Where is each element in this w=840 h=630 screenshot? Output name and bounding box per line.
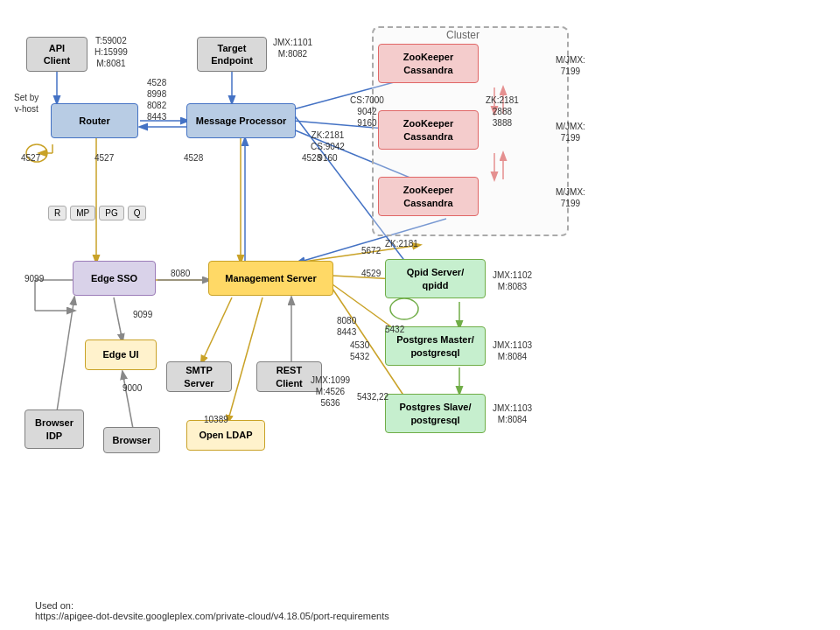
port-5672-top: 5672 — [361, 245, 381, 256]
svg-line-33 — [57, 298, 74, 411]
zk2181-bottom: ZK:2181 — [385, 238, 418, 249]
cluster-label: Cluster — [446, 29, 480, 41]
footer: Used on: https://apigee-dot-devsite.goog… — [35, 600, 389, 621]
port-9099-right: 9099 — [133, 309, 152, 320]
target-ports: JMX:1101M:8082 — [273, 37, 312, 60]
browser-idp-node: BrowserIDP — [24, 410, 84, 449]
zk-cass-1-node: ZooKeeperCassandra — [378, 44, 479, 83]
management-server-node: Management Server — [208, 261, 333, 296]
svg-line-24 — [228, 298, 262, 423]
svg-line-32 — [114, 298, 122, 341]
zk2181-right: ZK:218128883888 — [486, 94, 519, 129]
legend-r: R — [48, 206, 66, 220]
smtp-server-node: SMTPServer — [166, 361, 232, 392]
diagram-container: Cluster APIClient TargetEndpoint Router … — [0, 0, 840, 578]
qpid-server-node: Qpid Server/qpidd — [385, 259, 486, 298]
legend-mp: MP — [70, 206, 95, 220]
legend-q: Q — [128, 206, 147, 220]
port-9000: 9000 — [122, 382, 142, 394]
jmx-pg-slave: JMX:1103M:8084 — [493, 402, 532, 425]
mjmx7199-1: M/JMX:7199 — [556, 54, 585, 77]
target-endpoint-node: TargetEndpoint — [197, 37, 267, 72]
edge-sso-node: Edge SSO — [73, 261, 156, 296]
edge-ui-node: Edge UI — [85, 340, 157, 370]
port-4527-router: 4527 — [94, 152, 114, 164]
port-4530-5432: 45305432 — [350, 340, 369, 362]
port-4529: 4529 — [361, 268, 381, 279]
api-client-node: APIClient — [26, 37, 88, 72]
legend-pg: PG — [99, 206, 123, 220]
api-client-ports: T:59002H:15999M:8081 — [94, 35, 128, 69]
port-4527-left: 4527 — [21, 152, 40, 164]
zk-cass-2-node: ZooKeeperCassandra — [378, 110, 479, 150]
postgres-slave-node: Postgres Slave/postgresql — [385, 394, 486, 433]
jmx-qpid: JMX:1102M:8083 — [493, 270, 532, 292]
port-5432-qpid: 5432 — [385, 324, 404, 335]
footer-line1: Used on: — [35, 600, 389, 611]
port-9099-left: 9099 — [24, 273, 44, 284]
svg-line-34 — [122, 372, 133, 429]
set-by-vhost: Set byv-host — [14, 92, 38, 115]
mp-ports-left: 4528 — [184, 152, 203, 164]
message-processor-node: Message Processor — [186, 103, 296, 138]
mjmx7199-3: M/JMX:7199 — [556, 186, 585, 209]
browser-node: Browser — [103, 427, 160, 453]
zk-cass-3-node: ZooKeeperCassandra — [378, 177, 479, 216]
port-8080-ms: 8080 — [171, 268, 190, 279]
router-node: Router — [51, 103, 138, 138]
jmx-ms: JMX:1099M:45265636 — [311, 374, 350, 409]
zk2181-mp: ZK:2181CS:90429160 — [311, 130, 345, 164]
footer-line2: https://apigee-dot-devsite.googleplex.co… — [35, 611, 389, 621]
router-ports: 4528899880828443 — [147, 77, 166, 122]
jmx-pg-master: JMX:1103M:8084 — [493, 340, 532, 362]
svg-line-25 — [201, 298, 232, 363]
port-8080-8443: 80808443 — [337, 315, 356, 338]
port-10389: 10389 — [204, 414, 228, 425]
legend-group: R MP PG Q — [48, 206, 146, 220]
svg-point-27 — [390, 298, 418, 319]
cs7000: CS:700090429160 — [350, 94, 384, 129]
port-5432-22: 5432,22 — [357, 391, 388, 402]
mjmx7199-2: M/JMX:7199 — [556, 121, 585, 144]
